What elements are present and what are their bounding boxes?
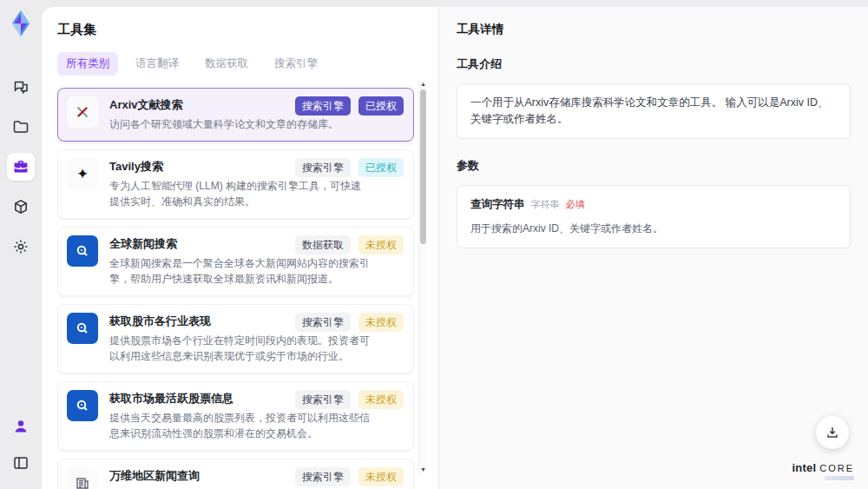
sidebar-item-models[interactable] [7, 193, 35, 221]
app-logo[interactable] [6, 9, 36, 38]
tool-description: 提供当天交易量最高的股票列表，投资者可以利用这些信息来识别流动性强的股票和潜在的… [109, 410, 370, 441]
intel-core-logo: intel CORE [792, 461, 854, 480]
gem-logo-icon [6, 9, 36, 38]
intro-heading: 工具介绍 [457, 56, 851, 72]
tool-badges: 搜索引擎 未授权 [295, 390, 404, 409]
scroll-up-arrow[interactable]: ▲ [419, 80, 427, 88]
category-badge: 数据获取 [295, 235, 351, 254]
scrollbar-thumb[interactable] [420, 89, 426, 244]
param-name: 查询字符串 [470, 196, 525, 213]
left-sidebar [0, 0, 42, 489]
tool-icon [67, 467, 98, 489]
param-header: 查询字符串 字符串 必填 [470, 196, 837, 213]
category-tab[interactable]: 语言翻译 [127, 52, 187, 76]
category-tabs: 所有类别 语言翻译 数据获取 搜索引擎 [57, 52, 414, 76]
tool-description: 全球新闻搜索是一个聚合全球各大新闻网站内容的搜索引擎，帮助用户快速获取全球最新资… [109, 255, 370, 287]
category-badge: 搜索引擎 [295, 96, 351, 116]
tool-badges: 搜索引擎 已授权 [295, 96, 404, 116]
download-button[interactable] [816, 416, 849, 449]
intel-wordmark: intel [792, 461, 816, 474]
tool-card[interactable]: 万维地区新闻查询 查询具体行政区划内的新闻，快速了解各地新闻动 搜索引擎 未授权 [57, 459, 414, 489]
auth-status-badge: 未授权 [358, 235, 404, 254]
list-scrollbar[interactable]: ▲ ▼ [418, 80, 426, 473]
arxiv-icon [75, 104, 90, 120]
chat-icon [12, 78, 30, 96]
scroll-down-arrow[interactable]: ▼ [419, 466, 427, 473]
sidebar-item-chat[interactable] [7, 73, 35, 101]
param-card: 查询字符串 字符串 必填 用于搜索的Arxiv ID、关键字或作者姓名。 [457, 185, 851, 248]
sidebar-bottom [7, 413, 35, 477]
params-heading: 参数 [457, 158, 851, 174]
category-tab[interactable]: 数据获取 [196, 52, 257, 76]
detail-title: 工具详情 [457, 22, 851, 37]
news-search-icon [75, 320, 90, 336]
core-wordmark: CORE [819, 463, 854, 473]
tool-icon [67, 235, 98, 267]
tool-icon [67, 96, 98, 128]
tool-card[interactable]: Arxiv文献搜索 访问各个研究领域大量科学论文和文章的存储库。 搜索引擎 已授… [57, 88, 414, 142]
auth-status-badge: 未授权 [358, 313, 404, 332]
folder-icon [12, 118, 30, 135]
tool-detail-panel: 工具详情 工具介绍 一个用于从Arxiv存储库搜索科学论文和文章的工具。 输入可… [438, 7, 868, 489]
tool-card[interactable]: 获取市场最活跃股票信息 提供当天交易量最高的股票列表，投资者可以利用这些信息来识… [57, 381, 414, 451]
sidebar-item-tools[interactable] [7, 153, 35, 181]
user-icon [12, 418, 30, 435]
param-desc: 用于搜索的Arxiv ID、关键字或作者姓名。 [470, 221, 837, 237]
tool-list: Arxiv文献搜索 访问各个研究领域大量科学论文和文章的存储库。 搜索引擎 已授… [57, 88, 414, 489]
panel-toggle-icon [12, 454, 30, 472]
tool-badges: 数据获取 未授权 [295, 235, 404, 254]
tool-card[interactable]: ✦ Tavily搜索 专为人工智能代理 (LLM) 构建的搜索引擎工具，可快速提… [57, 149, 414, 219]
download-icon [825, 426, 839, 439]
page-title: 工具集 [57, 22, 414, 38]
tool-list-panel: 工具集 所有类别 语言翻译 数据获取 搜索引擎 Arxiv文献搜索 访问各个研究… [42, 7, 438, 489]
cube-icon [12, 198, 30, 215]
auth-status-badge: 未授权 [358, 467, 404, 486]
sidebar-item-files[interactable] [7, 113, 35, 141]
news-search-icon [75, 243, 90, 259]
briefcase-icon [12, 158, 30, 175]
category-tab[interactable]: 搜索引擎 [266, 52, 326, 76]
sidebar-nav [7, 73, 35, 261]
tool-badges: 搜索引擎 已授权 [295, 158, 404, 177]
news-search-icon [75, 398, 90, 413]
param-type: 字符串 [531, 196, 560, 213]
sidebar-item-settings[interactable] [7, 233, 35, 261]
tool-description: 访问各个研究领域大量科学论文和文章的存储库。 [109, 116, 370, 132]
tavily-star-icon: ✦ [76, 167, 89, 182]
auth-status-badge: 已授权 [358, 96, 404, 116]
intro-card: 一个用于从Arxiv存储库搜索科学论文和文章的工具。 输入可以是Arxiv ID… [457, 83, 851, 139]
tool-icon: ✦ [67, 158, 98, 189]
tool-icon [67, 313, 98, 344]
auth-status-badge: 已授权 [358, 158, 404, 177]
category-badge: 搜索引擎 [295, 158, 351, 177]
category-tab[interactable]: 所有类别 [57, 52, 118, 76]
sidebar-item-panel-toggle[interactable] [7, 449, 35, 477]
intro-text: 一个用于从Arxiv存储库搜索科学论文和文章的工具。 输入可以是Arxiv ID… [470, 96, 829, 125]
intel-logo-sub-badge [825, 476, 854, 480]
auth-status-badge: 未授权 [358, 390, 404, 409]
category-badge: 搜索引擎 [295, 313, 351, 332]
gear-icon [12, 238, 30, 255]
tool-description: 专为人工智能代理 (LLM) 构建的搜索引擎工具，可快速提供实时、准确和真实的结… [109, 178, 370, 209]
sidebar-item-user[interactable] [7, 413, 35, 440]
category-badge: 搜索引擎 [295, 467, 351, 486]
tool-description: 提供股票市场各个行业在特定时间段内的表现。投资者可以利用这些信息来识别表现优于或… [109, 333, 370, 364]
main-panel: 工具集 所有类别 语言翻译 数据获取 搜索引擎 Arxiv文献搜索 访问各个研究… [42, 7, 868, 489]
tool-badges: 搜索引擎 未授权 [295, 467, 404, 486]
param-required-badge: 必填 [566, 196, 585, 213]
tool-badges: 搜索引擎 未授权 [295, 313, 404, 332]
tool-card[interactable]: 获取股市各行业表现 提供股票市场各个行业在特定时间段内的表现。投资者可以利用这些… [57, 304, 414, 373]
tool-card[interactable]: 全球新闻搜索 全球新闻搜索是一个聚合全球各大新闻网站内容的搜索引擎，帮助用户快速… [57, 227, 414, 296]
category-badge: 搜索引擎 [295, 390, 351, 409]
tool-icon [67, 390, 98, 421]
newspaper-icon [75, 475, 90, 489]
